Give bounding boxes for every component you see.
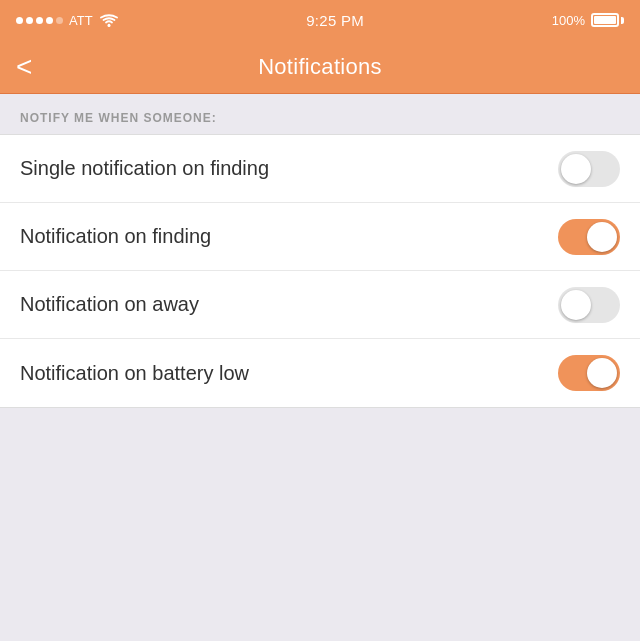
toggle-knob-notification-away — [561, 290, 591, 320]
settings-row-notification-battery: Notification on battery low — [0, 339, 640, 407]
wifi-icon — [99, 13, 119, 28]
row-label-notification-away: Notification on away — [20, 293, 199, 316]
svg-point-0 — [107, 24, 110, 27]
status-time: 9:25 PM — [306, 12, 364, 29]
battery-percent: 100% — [552, 13, 585, 28]
status-left: ATT — [16, 13, 119, 28]
back-button[interactable]: < — [16, 53, 32, 81]
signal-dots — [16, 17, 63, 24]
signal-dot-4 — [46, 17, 53, 24]
row-label-notification-finding: Notification on finding — [20, 225, 211, 248]
toggle-knob-single-notification — [561, 154, 591, 184]
signal-dot-1 — [16, 17, 23, 24]
battery-body — [591, 13, 619, 27]
toggle-notification-finding[interactable] — [558, 219, 620, 255]
bottom-area — [0, 408, 640, 641]
signal-dot-5 — [56, 17, 63, 24]
settings-row-notification-finding: Notification on finding — [0, 203, 640, 271]
settings-row-notification-away: Notification on away — [0, 271, 640, 339]
settings-list: Single notification on findingNotificati… — [0, 134, 640, 408]
toggle-notification-away[interactable] — [558, 287, 620, 323]
settings-row-single-notification: Single notification on finding — [0, 135, 640, 203]
carrier-label: ATT — [69, 13, 93, 28]
toggle-knob-notification-finding — [587, 222, 617, 252]
battery-icon — [591, 13, 624, 27]
row-label-single-notification: Single notification on finding — [20, 157, 269, 180]
section-header: NOTIFY ME WHEN SOMEONE: — [0, 94, 640, 134]
toggle-knob-notification-battery — [587, 358, 617, 388]
battery-tip — [621, 17, 624, 24]
battery-fill — [594, 16, 616, 24]
row-label-notification-battery: Notification on battery low — [20, 362, 249, 385]
toggle-notification-battery[interactable] — [558, 355, 620, 391]
nav-bar: < Notifications — [0, 40, 640, 94]
signal-dot-2 — [26, 17, 33, 24]
status-bar: ATT 9:25 PM 100% — [0, 0, 640, 40]
page-title: Notifications — [258, 54, 382, 80]
toggle-single-notification[interactable] — [558, 151, 620, 187]
section-header-text: NOTIFY ME WHEN SOMEONE: — [20, 111, 217, 125]
status-right: 100% — [552, 13, 624, 28]
signal-dot-3 — [36, 17, 43, 24]
